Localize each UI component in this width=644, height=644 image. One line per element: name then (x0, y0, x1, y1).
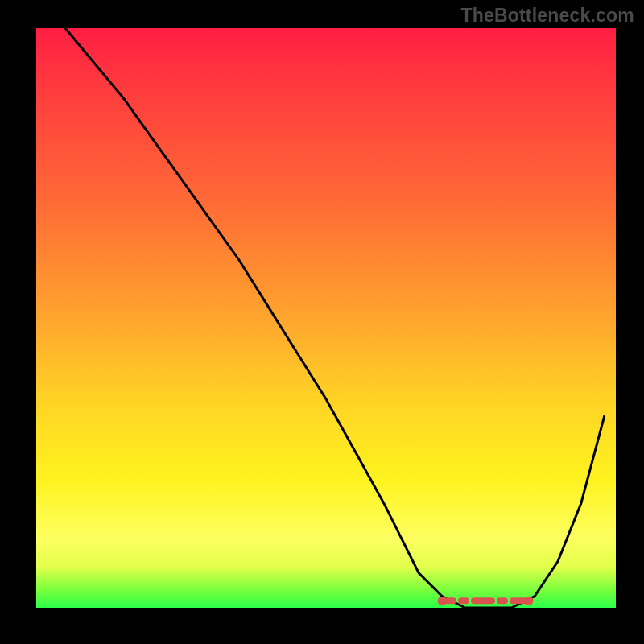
svg-point-1 (438, 597, 447, 605)
chart-svg (36, 28, 616, 608)
svg-point-2 (525, 597, 534, 605)
bottleneck-curve (65, 28, 605, 608)
plot-area (36, 28, 616, 608)
chart-frame: TheBottleneck.com (0, 0, 644, 644)
optimal-zone-marker (438, 597, 534, 605)
brand-watermark: TheBottleneck.com (460, 5, 634, 27)
